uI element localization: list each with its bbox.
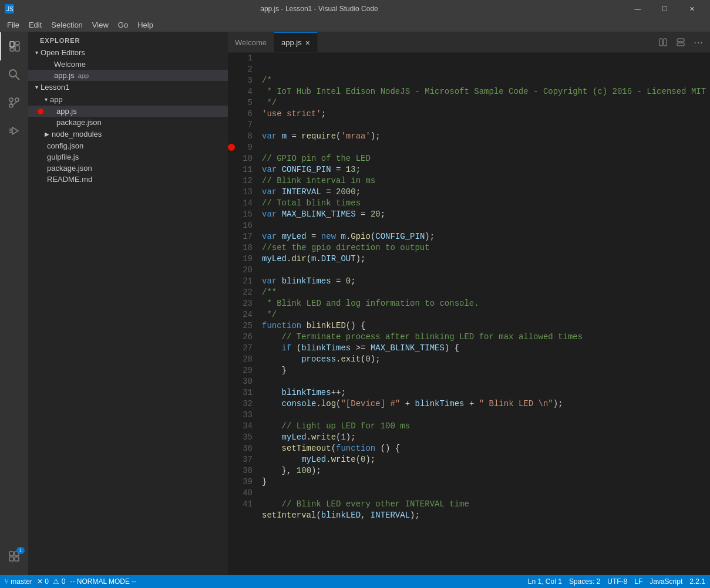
menu-item-go[interactable]: Go [113, 19, 133, 31]
line-number-31: 31 [235, 387, 253, 398]
sidebar: Explorer ▾ Open Editors Welcome app.js a… [28, 32, 228, 575]
appjs-file-label: app.js [56, 107, 77, 116]
file-appjs[interactable]: app.js [28, 106, 228, 117]
file-readmemd[interactable]: README.md [28, 174, 228, 185]
status-left: ⑂ master ✕ 0 ⚠ 0 -- NORMAL MODE -- [5, 577, 136, 586]
status-version: 2.2.1 [689, 577, 705, 586]
status-position[interactable]: Ln 1, Col 1 [528, 577, 562, 586]
activity-explorer[interactable] [0, 32, 28, 60]
line-numbers: 1234567891011121314151617181920212223242… [228, 53, 257, 575]
status-errors[interactable]: ✕ 0 ⚠ 0 [37, 577, 65, 586]
code-line-19: var blinkTimes = 0; [262, 276, 710, 287]
code-line-41 [262, 521, 710, 532]
svg-text:JS: JS [6, 6, 14, 12]
svg-rect-20 [664, 39, 667, 46]
line-number-26: 26 [235, 332, 253, 343]
code-line-23: function blinkLED() { [262, 320, 710, 332]
file-configjson[interactable]: config.json [28, 140, 228, 151]
svg-rect-18 [15, 557, 19, 561]
activity-debug[interactable] [0, 117, 28, 145]
menu-item-selection[interactable]: Selection [46, 19, 87, 31]
code-line-20: /** [262, 287, 710, 298]
code-line-39: // Blink LED every other INTERVAL time [262, 499, 710, 510]
line-number-6: 6 [235, 109, 253, 120]
menu-item-edit[interactable]: Edit [24, 19, 46, 31]
status-mode: -- NORMAL MODE -- [70, 577, 136, 586]
code-line-5 [262, 120, 710, 131]
tab-welcome[interactable]: Welcome [228, 32, 274, 52]
menu-item-file[interactable]: File [2, 19, 24, 31]
line-number-14: 14 [235, 198, 253, 209]
status-spaces[interactable]: Spaces: 2 [569, 577, 600, 586]
code-line-16: //set the gpio direction to output [262, 242, 710, 254]
code-editor[interactable]: 1234567891011121314151617181920212223242… [228, 53, 710, 575]
more-actions-icon: ⋯ [694, 37, 703, 48]
line-number-24: 24 [235, 309, 253, 320]
line-number-12: 12 [235, 175, 253, 187]
svg-line-7 [16, 76, 19, 80]
minimize-button[interactable]: — [624, 0, 651, 18]
code-line-13: var MAX_BLINK_TIMES = 20; [262, 209, 710, 220]
line-number-41: 41 [235, 499, 253, 510]
line-number-35: 35 [235, 432, 253, 443]
maximize-button[interactable]: ☐ [651, 0, 678, 18]
app-section[interactable]: ▾ app [28, 93, 228, 106]
open-editors-section[interactable]: ▾ Open Editors [28, 46, 228, 59]
menu-item-help[interactable]: Help [133, 19, 158, 31]
svg-rect-17 [9, 557, 14, 561]
editor-layout-button[interactable] [672, 34, 689, 50]
more-actions-button[interactable]: ⋯ [690, 34, 706, 50]
status-language[interactable]: JavaScript [650, 577, 682, 586]
status-encoding[interactable]: UTF-8 [607, 577, 627, 586]
code-line-21: * Blink LED and log information to conso… [262, 298, 710, 309]
line-number-9: 9 [235, 142, 253, 153]
code-line-27: } [262, 365, 710, 376]
code-line-11: var INTERVAL = 2000; [262, 187, 710, 198]
code-line-9: var CONFIG_PIN = 13; [262, 164, 710, 175]
file-gulpfilejs[interactable]: gulpfile.js [28, 151, 228, 163]
tab-appjs-close[interactable]: × [305, 38, 310, 48]
lesson1-label: Lesson1 [41, 83, 69, 92]
open-editor-welcome[interactable]: Welcome [28, 59, 228, 70]
code-line-8: // GPIO pin of the LED [262, 153, 710, 164]
svg-rect-21 [677, 39, 684, 42]
split-editor-button[interactable] [655, 34, 671, 50]
tab-appjs[interactable]: app.js × [274, 32, 318, 52]
line-number-29: 29 [235, 365, 253, 376]
readmemd-label: README.md [47, 175, 92, 184]
code-line-32: // Light up LED for 100 ms [262, 421, 710, 432]
line-number-20: 20 [235, 265, 253, 276]
node-modules-section[interactable]: ▶ node_modules [28, 128, 228, 140]
activity-search[interactable] [0, 60, 28, 89]
line-number-2: 2 [235, 64, 253, 75]
code-content[interactable]: /* * IoT Hub Intel Edison NodeJS - Micro… [257, 53, 710, 575]
line-number-11: 11 [235, 164, 253, 175]
tab-appjs-label: app.js [281, 38, 302, 47]
svg-rect-4 [15, 46, 19, 51]
line-number-30: 30 [235, 376, 253, 387]
status-line-ending[interactable]: LF [634, 577, 642, 586]
activity-git[interactable] [0, 89, 28, 117]
line-number-5: 5 [235, 97, 253, 109]
warning-icon: ⚠ [53, 577, 59, 586]
menubar: FileEditSelectionViewGoHelp [0, 18, 710, 32]
code-line-35: myLed.write(0); [262, 454, 710, 465]
line-number-21: 21 [235, 276, 253, 287]
open-editor-appjs[interactable]: app.js app [28, 70, 228, 81]
svg-rect-2 [10, 42, 14, 47]
svg-rect-15 [9, 552, 14, 556]
file-packagejson-app[interactable]: package.json [28, 117, 228, 128]
line-number-4: 4 [235, 86, 253, 97]
appjs-label: app.js [54, 71, 75, 80]
node-modules-chevron: ▶ [45, 131, 49, 137]
menu-item-view[interactable]: View [88, 19, 113, 31]
tab-welcome-label: Welcome [235, 38, 267, 47]
code-line-12: // Total blink times [262, 198, 710, 209]
status-git[interactable]: ⑂ master [5, 577, 32, 586]
file-packagejson-root[interactable]: package.json [28, 163, 228, 174]
activity-extensions[interactable]: 1 [0, 542, 28, 570]
close-button[interactable]: ✕ [678, 0, 705, 18]
line-number-37: 37 [235, 454, 253, 465]
packagejson-app-label: package.json [56, 118, 102, 127]
lesson1-section[interactable]: ▾ Lesson1 [28, 81, 228, 93]
